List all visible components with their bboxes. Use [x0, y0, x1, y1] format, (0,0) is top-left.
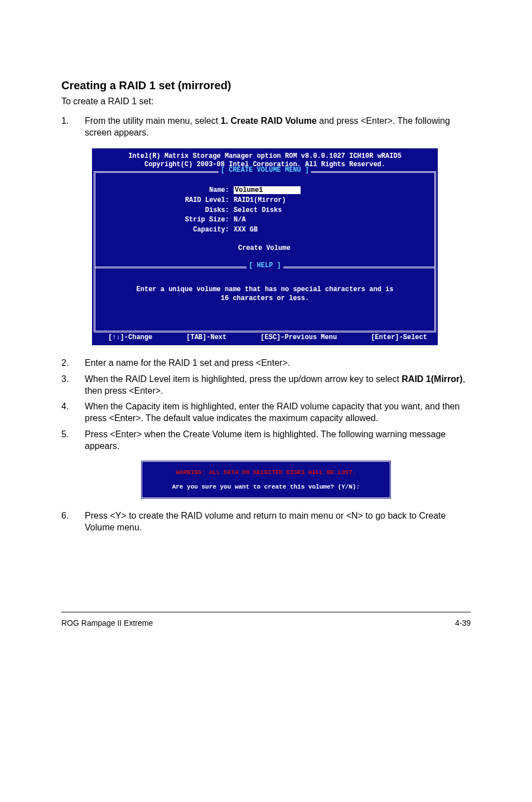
step-number: 4. [61, 401, 85, 413]
step-text: From the utility main menu, select 1. Cr… [85, 115, 471, 139]
panel-title-create: [ CREATE VOLUME MENU ] [219, 166, 311, 175]
bios-footer-keys: [↑↓]-Change [TAB]-Next [ESC]-Previous Me… [93, 332, 437, 345]
disks-value[interactable]: Select Disks [234, 206, 282, 215]
step-number: 1. [61, 115, 85, 127]
help-line-1: Enter a unique volume name that has no s… [100, 285, 430, 294]
section-heading: Creating a RAID 1 set (mirrored) [61, 78, 471, 93]
step-5: 5. Press <Enter> when the Create Volume … [61, 429, 471, 452]
strip-size-label: Strip Size: [100, 216, 234, 225]
step-text: When the RAID Level item is highlighted,… [85, 374, 471, 397]
bios-title1: Intel(R) Matrix Storage Manager option R… [95, 152, 435, 161]
raid-level-value[interactable]: RAID1(Mirror) [234, 196, 286, 205]
page-footer: ROG Rampage II Extreme 4-39 [61, 612, 471, 628]
footer-product: ROG Rampage II Extreme [61, 618, 153, 628]
step-text: Enter a name for the RAID 1 set and pres… [85, 357, 471, 369]
key-prev: [ESC]-Previous Menu [260, 334, 337, 342]
panel-title-help: [ HELP ] [246, 262, 283, 270]
step-3: 3. When the RAID Level item is highlight… [61, 374, 471, 397]
key-change: [↑↓]-Change [108, 334, 152, 342]
warning-dialog: WARNING: ALL DATA ON SELECTED DISKS WILL… [141, 460, 391, 500]
step-number: 2. [61, 357, 85, 369]
footer-page-number: 4-39 [455, 618, 471, 628]
volume-name-input[interactable] [234, 186, 301, 194]
help-line-2: 16 characters or less. [100, 294, 430, 303]
raid-level-label: RAID Level: [100, 196, 234, 205]
step-4: 4. When the Capacity item is highlighted… [61, 401, 471, 424]
strip-size-value: N/A [234, 216, 246, 225]
capacity-value[interactable]: XXX GB [234, 226, 258, 235]
name-label: Name: [100, 186, 234, 195]
confirm-prompt[interactable]: Are you sure you want to create this vol… [172, 484, 360, 490]
step-text: Press <Y> to create the RAID volume and … [85, 510, 471, 534]
key-next: [TAB]-Next [186, 334, 226, 342]
step-6: 6. Press <Y> to create the RAID volume a… [61, 510, 471, 534]
step-text: When the Capacity item is highlighted, e… [85, 401, 471, 424]
key-select: [Enter]-Select [371, 334, 427, 342]
create-volume-panel: [ CREATE VOLUME MENU ] Name: RAID Level:… [95, 173, 434, 268]
help-panel: [ HELP ] Enter a unique volume name that… [95, 268, 434, 331]
step-number: 5. [61, 429, 85, 441]
step-number: 3. [61, 374, 85, 385]
step-1: 1. From the utility main menu, select 1.… [61, 115, 471, 139]
capacity-label: Capacity: [100, 226, 234, 235]
create-volume-action[interactable]: Create Volume [100, 244, 430, 253]
intro-text: To create a RAID 1 set: [61, 96, 471, 108]
step-text: Press <Enter> when the Create Volume ite… [85, 429, 471, 452]
warning-text: WARNING: ALL DATA ON SELECTED DISKS WILL… [147, 468, 385, 476]
disks-label: Disks: [100, 206, 234, 215]
step-number: 6. [61, 510, 85, 522]
bios-screenshot: Intel(R) Matrix Storage Manager option R… [92, 148, 438, 345]
step-2: 2. Enter a name for the RAID 1 set and p… [61, 357, 471, 369]
